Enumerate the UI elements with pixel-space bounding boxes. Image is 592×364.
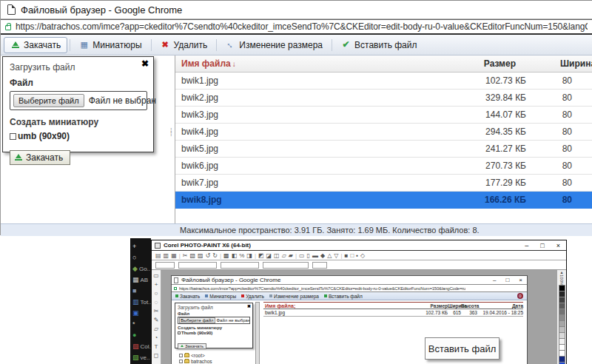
- toolbox-tool-icon[interactable]: ○: [155, 290, 158, 297]
- nested-toolbar-item: Миниатюры: [205, 294, 236, 299]
- table-row[interactable]: bwik6.jpg270.73 КБ80: [175, 158, 592, 175]
- file-input[interactable]: Выберите файл Файл не выбран: [10, 91, 147, 110]
- dock-item[interactable]: ▨Col..: [132, 341, 151, 351]
- toolbox-tool-icon[interactable]: ✎: [154, 317, 159, 323]
- property-dropdown[interactable]: [263, 262, 309, 269]
- choose-file-button[interactable]: Выберите файл: [13, 94, 84, 107]
- table-row[interactable]: bwik1.jpg102.73 КБ80: [175, 73, 592, 90]
- dock-item[interactable]: *: [132, 319, 151, 329]
- table-row[interactable]: bwik8.jpg166.26 КБ80: [175, 192, 592, 209]
- toolbox-tool-icon[interactable]: ✂: [154, 308, 159, 314]
- nested-toolbar-item: Вставить файл: [324, 294, 363, 299]
- tool-icon[interactable]: ◇: [360, 252, 365, 259]
- tool-icon[interactable]: □: [350, 252, 354, 259]
- tool-icon[interactable]: %: [239, 252, 244, 259]
- tool-icon[interactable]: ◆: [320, 252, 325, 259]
- tool-icon[interactable]: ▧: [189, 252, 195, 259]
- upload-submit-label: Закачать: [26, 152, 63, 163]
- table-row[interactable]: bwik7.jpg177.29 КБ80: [175, 175, 592, 192]
- url-text: https://batrachos.com/imce?app=ckeditor%…: [16, 21, 588, 32]
- tool-icon[interactable]: ◧: [232, 252, 238, 259]
- tool-icon[interactable]: ▬: [312, 252, 318, 259]
- dock-icon: ◆: [132, 266, 138, 272]
- dock-item[interactable]: ▧ve..: [132, 352, 151, 363]
- dock-strip: +○◆Go..▦AB■▥Tot..▣*●▨Col..▧ve..: [130, 238, 151, 364]
- dock-item[interactable]: ○: [132, 252, 151, 263]
- tool-icon[interactable]: ◫: [274, 252, 280, 259]
- splitter-handle[interactable]: ⁞⁞: [170, 129, 172, 135]
- table-row[interactable]: bwik3.jpg144.07 КБ80: [175, 107, 592, 124]
- tool-icon[interactable]: ↺: [206, 252, 211, 259]
- toolbox-tool-icon[interactable]: T: [155, 343, 158, 350]
- table-row[interactable]: bwik5.jpg241.27 КБ80: [175, 141, 592, 158]
- tool-icon[interactable]: ▦: [171, 252, 177, 259]
- nested-expander-icon: [179, 354, 183, 357]
- tool-icon[interactable]: ▱: [282, 252, 286, 259]
- dock-item[interactable]: ■: [132, 286, 151, 296]
- toolbox-tool-icon[interactable]: ◻: [154, 352, 159, 359]
- tool-icon[interactable]: ▯: [307, 252, 310, 259]
- corel-property-bar: [152, 260, 566, 270]
- tool-icon[interactable]: ▨: [198, 252, 204, 259]
- nested-window-controls: – □ ×: [493, 277, 522, 283]
- toolbox-tool-icon[interactable]: +: [155, 281, 158, 288]
- nested-toolbar-icon: [269, 294, 272, 297]
- column-header-size[interactable]: Размер: [437, 58, 526, 69]
- tool-icon[interactable]: ▪: [356, 252, 358, 259]
- thumb-checkbox[interactable]: [10, 133, 16, 140]
- tool-icon[interactable]: ✂: [183, 252, 188, 259]
- tool-icon[interactable]: ◪: [266, 252, 272, 259]
- tool-icon[interactable]: ↻: [212, 252, 218, 259]
- toolbox-tool-icon[interactable]: ▱: [154, 326, 158, 332]
- minimize-button[interactable]: –: [525, 242, 528, 249]
- close-icon[interactable]: ✖: [141, 58, 149, 69]
- toolbox-tool-icon[interactable]: ◔: [155, 334, 158, 341]
- resize-button[interactable]: ↔Изменение размера: [219, 37, 329, 53]
- color-palette: ▴ 100%: [557, 270, 566, 364]
- tool-icon[interactable]: ▩: [223, 252, 229, 259]
- nested-file-label: Файл: [178, 311, 250, 316]
- tool-icon[interactable]: ▤: [155, 252, 161, 259]
- cell-file-size: 102.73 КБ: [437, 75, 526, 86]
- thumbnails-button[interactable]: ▦Миниатюры: [73, 37, 148, 53]
- address-bar[interactable]: https://batrachos.com/imce?app=ckeditor%…: [1, 19, 592, 35]
- dock-item-label: ve..: [141, 354, 150, 361]
- toolbox-tool-icon[interactable]: ▭: [153, 272, 159, 279]
- delete-button[interactable]: ✖Удалить: [154, 37, 215, 53]
- upload-submit-button[interactable]: Закачать: [10, 150, 70, 165]
- table-row[interactable]: bwik2.jpg329.84 КБ80: [175, 90, 592, 107]
- tool-icon[interactable]: ◩: [258, 252, 264, 259]
- toolbox-tool-icon[interactable]: ◌: [155, 299, 158, 306]
- dock-item[interactable]: +: [132, 241, 151, 252]
- column-header-name[interactable]: Имя файла ↓: [175, 58, 437, 69]
- property-field[interactable]: [178, 262, 217, 269]
- insert-file-tooltip: Вставить файл: [425, 337, 500, 360]
- dock-item[interactable]: ▦AB: [132, 274, 151, 285]
- tool-icon[interactable]: ▽: [334, 252, 338, 259]
- dock-item[interactable]: ▣: [132, 308, 151, 318]
- dock-item-label: Go..: [139, 266, 150, 272]
- upload-icon: [15, 154, 22, 161]
- tool-icon[interactable]: ■: [345, 252, 349, 259]
- tool-icon[interactable]: ▰: [289, 252, 293, 259]
- column-header-width[interactable]: Ширина: [526, 58, 592, 69]
- page-icon: [7, 4, 16, 15]
- tool-icon[interactable]: ▥: [164, 252, 169, 259]
- tool-icon[interactable]: △: [327, 252, 332, 259]
- dock-item[interactable]: ▥Tot..: [132, 297, 151, 307]
- maximize-button[interactable]: □: [540, 242, 544, 249]
- tool-icon[interactable]: ◨: [246, 252, 252, 259]
- property-field[interactable]: [221, 262, 259, 269]
- dock-item[interactable]: ●: [132, 330, 151, 340]
- insert-button[interactable]: ✔Вставить файл: [334, 37, 423, 53]
- table-row[interactable]: bwik4.jpg294.35 КБ80: [175, 124, 592, 141]
- property-field[interactable]: [155, 262, 175, 269]
- nested-column-header: Имя файла;: [263, 303, 355, 309]
- property-dropdown[interactable]: [312, 262, 327, 269]
- nested-toolbar-label: Миниатюры: [209, 294, 236, 299]
- dock-item[interactable]: ◆Go..: [132, 263, 151, 274]
- tool-icon[interactable]: ▭: [299, 252, 305, 259]
- nested-window-title: Файловый браузер - Google Chrome: [181, 277, 280, 283]
- upload-button[interactable]: Закачать: [4, 37, 67, 53]
- close-button[interactable]: ×: [556, 242, 560, 249]
